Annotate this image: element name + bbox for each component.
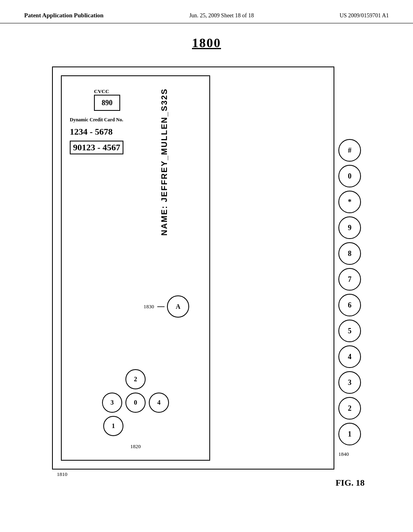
- cvcc-box: 890: [94, 95, 120, 111]
- a-button[interactable]: A: [167, 295, 189, 318]
- card-number-right: 90123 - 4567: [73, 142, 120, 152]
- inner-screen: CVCC 890 Dynamic Credit Card No. 1234 - …: [61, 75, 210, 461]
- screen-bottom: 1830 A: [70, 295, 201, 452]
- fig-label: FIG. 18: [336, 478, 365, 488]
- right-key-star[interactable]: *: [338, 191, 361, 213]
- right-keypad: # 0 * 9 8 7 6 5 4 3 2 1 1840: [338, 139, 361, 457]
- keypad-row-bot: 1: [103, 416, 123, 436]
- publication-date: Jun. 25, 2009 Sheet 18 of 18: [189, 12, 254, 19]
- cvcc-label: CVCC: [94, 88, 123, 95]
- key-0[interactable]: 0: [125, 393, 146, 413]
- a-button-label: 1830: [144, 303, 154, 310]
- a-button-wrapper: 1830 A: [144, 295, 189, 318]
- main-content: 1800 CVCC 890 Dynamic Credi: [0, 23, 413, 500]
- key-4[interactable]: 4: [149, 393, 169, 413]
- right-keypad-buttons: # 0 * 9 8 7 6 5 4 3 2 1: [338, 139, 361, 445]
- right-key-9[interactable]: 9: [338, 216, 361, 239]
- cvcc-value: 890: [102, 99, 113, 107]
- numeric-keypad-wrapper: 2 3 0 4 1: [99, 322, 172, 436]
- right-key-8[interactable]: 8: [338, 242, 361, 265]
- card-details: CVCC 890 Dynamic Credit Card No. 1234 - …: [70, 88, 123, 154]
- dynamic-label: Dynamic Credit Card No.: [70, 117, 123, 123]
- right-key-2[interactable]: 2: [338, 397, 361, 420]
- key-3[interactable]: 3: [102, 393, 122, 413]
- name-section: NAME: JEFFREY_MULLEN_S32S: [123, 88, 201, 236]
- right-key-7[interactable]: 7: [338, 268, 361, 291]
- key-2[interactable]: 2: [125, 369, 146, 389]
- card-number-row-2: 90123 - 4567: [70, 141, 123, 154]
- a-button-arrow: [157, 305, 165, 309]
- right-key-6[interactable]: 6: [338, 294, 361, 316]
- inner-screen-ref: 1820: [130, 443, 141, 450]
- right-key-hash[interactable]: #: [338, 139, 361, 162]
- right-key-4[interactable]: 4: [338, 345, 361, 368]
- keypad-layout: 2 3 0 4 1: [99, 369, 172, 436]
- patent-number: US 2009/0159701 A1: [340, 12, 389, 19]
- device-wrapper: CVCC 890 Dynamic Credit Card No. 1234 - …: [52, 66, 361, 470]
- right-keypad-ref: 1840: [338, 451, 349, 457]
- outer-device: CVCC 890 Dynamic Credit Card No. 1234 - …: [52, 66, 334, 470]
- keypad-row-top: 2: [125, 369, 146, 389]
- screen-top: CVCC 890 Dynamic Credit Card No. 1234 - …: [70, 88, 201, 295]
- figure-title: 1800: [192, 35, 221, 50]
- right-key-5[interactable]: 5: [338, 320, 361, 342]
- right-key-3[interactable]: 3: [338, 371, 361, 394]
- card-number-row: 1234 - 5678: [70, 127, 123, 137]
- cvcc-wrapper: CVCC 890: [70, 88, 123, 111]
- right-key-0[interactable]: 0: [338, 165, 361, 187]
- outer-device-ref: 1810: [57, 471, 67, 478]
- right-key-1[interactable]: 1: [338, 423, 361, 445]
- page-header: Patent Application Publication Jun. 25, …: [0, 0, 413, 23]
- numeric-keypad: [99, 322, 172, 369]
- card-name: NAME: JEFFREY_MULLEN_S32S: [160, 88, 169, 236]
- publication-type: Patent Application Publication: [24, 12, 104, 19]
- card-number-left: 1234 - 5678: [70, 127, 113, 137]
- card-number-right-box: 90123 - 4567: [70, 141, 123, 154]
- key-1[interactable]: 1: [103, 416, 123, 436]
- keypad-row-mid: 3 0 4: [102, 393, 169, 413]
